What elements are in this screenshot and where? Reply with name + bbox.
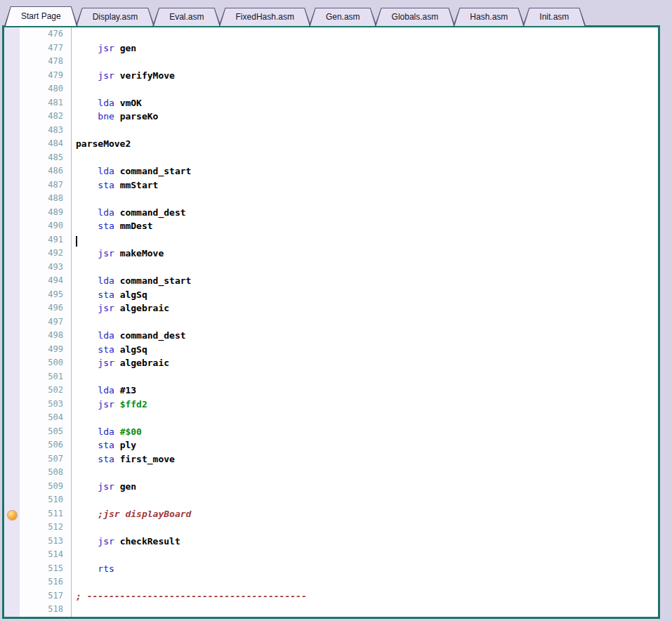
code-line[interactable] (72, 522, 658, 536)
code-line[interactable] (72, 56, 658, 70)
code-line[interactable]: sta algSq (72, 289, 658, 303)
breakpoint-margin-row[interactable] (4, 275, 20, 289)
breakpoint-margin-row[interactable] (4, 111, 20, 125)
breakpoint-margin-row[interactable] (4, 344, 20, 358)
line-number[interactable]: 501 (20, 372, 71, 386)
breakpoint-margin-row[interactable] (4, 317, 20, 331)
code-line[interactable]: jsr makeMove (72, 248, 658, 262)
breakpoint-margin-row[interactable] (4, 43, 20, 57)
breakpoint-marker-icon[interactable] (8, 511, 17, 520)
line-number[interactable]: 478 (20, 56, 71, 70)
code-line[interactable]: rts (72, 563, 658, 577)
breakpoint-margin-row[interactable] (4, 56, 20, 70)
breakpoint-margin-row[interactable] (4, 509, 20, 523)
breakpoint-margin-row[interactable] (4, 193, 20, 207)
breakpoint-margin-row[interactable] (4, 70, 20, 84)
line-number[interactable]: 480 (20, 84, 71, 98)
code-line[interactable]: ;jsr displayBoard (72, 509, 658, 523)
breakpoint-margin-row[interactable] (4, 262, 20, 276)
breakpoint-margin-row[interactable] (4, 563, 20, 577)
code-line[interactable]: lda command_start (72, 166, 658, 180)
line-number[interactable]: 489 (20, 207, 71, 221)
tab-globals-asm[interactable]: Globals.asm (375, 8, 456, 26)
code-line[interactable] (72, 84, 658, 98)
line-number[interactable]: 483 (20, 125, 71, 139)
breakpoint-margin-row[interactable] (4, 330, 20, 344)
code-line[interactable] (72, 193, 658, 207)
breakpoint-margin-row[interactable] (4, 221, 20, 235)
line-number[interactable]: 516 (20, 577, 71, 591)
code-line[interactable]: parseMove2 (72, 138, 658, 152)
code-line[interactable]: sta mmDest (72, 221, 658, 235)
breakpoint-margin-row[interactable] (4, 138, 20, 152)
breakpoint-margin-row[interactable] (4, 125, 20, 139)
breakpoint-margin[interactable] (4, 27, 20, 617)
code-line[interactable]: sta algSq (72, 344, 658, 358)
breakpoint-margin-row[interactable] (4, 399, 20, 413)
breakpoint-margin-row[interactable] (4, 577, 20, 591)
line-number[interactable]: 497 (20, 317, 71, 331)
breakpoint-margin-row[interactable] (4, 385, 20, 399)
code-line[interactable]: ; --------------------------------------… (72, 591, 658, 605)
breakpoint-margin-row[interactable] (4, 495, 20, 509)
code-line[interactable] (72, 317, 658, 331)
line-number[interactable]: 508 (20, 467, 71, 481)
breakpoint-margin-row[interactable] (4, 289, 20, 303)
line-number[interactable]: 518 (20, 604, 71, 618)
code-line[interactable]: sta mmStart (72, 180, 658, 194)
code-line[interactable] (72, 495, 658, 509)
tab-eval-asm[interactable]: Eval.asm (152, 8, 220, 26)
code-line[interactable] (72, 549, 658, 563)
breakpoint-margin-row[interactable] (4, 303, 20, 317)
code-line[interactable]: jsr checkResult (72, 536, 658, 550)
line-number[interactable]: 517 (20, 591, 71, 605)
line-number[interactable]: 486 (20, 166, 71, 180)
tab-fixedhash-asm[interactable]: FixedHash.asm (219, 8, 311, 26)
code-line[interactable]: jsr gen (72, 43, 658, 57)
line-number[interactable]: 491 (20, 235, 71, 249)
line-number[interactable]: 513 (20, 536, 71, 550)
breakpoint-margin-row[interactable] (4, 358, 20, 372)
line-number[interactable]: 502 (20, 385, 71, 399)
code-line[interactable] (72, 125, 658, 139)
code-line[interactable]: lda #13 (72, 385, 658, 399)
code-line[interactable]: jsr gen (72, 481, 658, 495)
line-number[interactable]: 509 (20, 481, 71, 495)
tab-gen-asm[interactable]: Gen.asm (309, 8, 377, 26)
breakpoint-margin-row[interactable] (4, 412, 20, 426)
code-pane[interactable]: jsr gen jsr verifyMove lda vmOK bne pars… (72, 27, 658, 617)
line-number[interactable]: 481 (20, 98, 71, 112)
line-number[interactable]: 494 (20, 275, 71, 289)
code-line[interactable] (72, 29, 658, 43)
code-line[interactable]: sta first_move (72, 454, 658, 468)
breakpoint-margin-row[interactable] (4, 481, 20, 495)
line-number[interactable]: 503 (20, 399, 71, 413)
line-number[interactable]: 477 (20, 43, 71, 57)
line-number[interactable]: 479 (20, 70, 71, 84)
breakpoint-margin-row[interactable] (4, 604, 20, 618)
code-line[interactable]: lda command_start (72, 275, 658, 289)
breakpoint-margin-row[interactable] (4, 84, 20, 98)
code-line[interactable] (72, 372, 658, 386)
breakpoint-margin-row[interactable] (4, 29, 20, 43)
line-number[interactable]: 482 (20, 111, 71, 125)
line-number[interactable]: 500 (20, 358, 71, 372)
line-number[interactable]: 512 (20, 522, 71, 536)
code-line[interactable]: lda command_dest (72, 207, 658, 221)
breakpoint-margin-row[interactable] (4, 180, 20, 194)
code-line[interactable] (72, 152, 658, 166)
breakpoint-margin-row[interactable] (4, 372, 20, 386)
line-number[interactable]: 493 (20, 262, 71, 276)
line-number-gutter[interactable]: 4764774784794804814824834844854864874884… (20, 27, 72, 617)
line-number[interactable]: 498 (20, 330, 71, 344)
breakpoint-margin-row[interactable] (4, 152, 20, 166)
tab-start-page[interactable]: Start Page (4, 6, 78, 26)
code-line[interactable]: jsr algebraic (72, 358, 658, 372)
breakpoint-margin-row[interactable] (4, 591, 20, 605)
tab-hash-asm[interactable]: Hash.asm (453, 8, 525, 26)
line-number[interactable]: 485 (20, 152, 71, 166)
line-number[interactable]: 484 (20, 138, 71, 152)
breakpoint-margin-row[interactable] (4, 467, 20, 481)
breakpoint-margin-row[interactable] (4, 426, 20, 440)
breakpoint-margin-row[interactable] (4, 166, 20, 180)
